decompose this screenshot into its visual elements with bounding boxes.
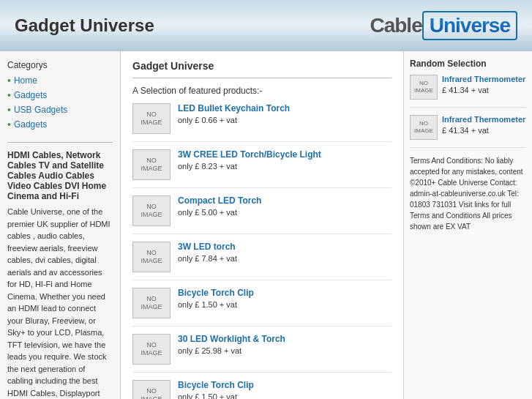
sidebar-link-gadgets[interactable]: Gadgets bbox=[14, 90, 47, 100]
right-sidebar: Random Selection NOIMAGE Infrared Thermo… bbox=[404, 51, 532, 399]
main-divider bbox=[132, 78, 391, 78]
sidebar-divider bbox=[7, 142, 113, 143]
product-info: 30 LED Worklight & Torch only £ 25.98 + … bbox=[178, 334, 391, 356]
sidebar-item-gadgets2[interactable]: • Gadgets bbox=[7, 119, 113, 130]
random-product-name[interactable]: Infrared Thermometer bbox=[442, 115, 526, 124]
product-name[interactable]: Bicycle Torch Clip bbox=[178, 288, 391, 298]
product-item: NOIMAGE Bicycle Torch Clip only £ 1.50 +… bbox=[132, 288, 391, 327]
sidebar-link-home[interactable]: Home bbox=[14, 75, 37, 86]
featured-label: A Selection of featured products:- bbox=[132, 86, 391, 96]
product-name[interactable]: 3W CREE LED Torch/Bicycle Light bbox=[178, 149, 391, 160]
header: Gadget Universe Cable Universe bbox=[0, 0, 532, 51]
random-product-info: Infrared Thermometer £ 41.34 + vat bbox=[442, 115, 526, 135]
product-no-image: NOIMAGE bbox=[132, 242, 171, 272]
product-info: Bicycle Torch Clip only £ 1.50 + vat bbox=[178, 288, 391, 310]
product-no-image: NOIMAGE bbox=[132, 288, 171, 318]
logo: Cable Universe bbox=[370, 11, 517, 40]
product-no-image: NOIMAGE bbox=[132, 149, 171, 180]
site-title: Gadget Universe bbox=[15, 15, 154, 36]
random-no-image: NOIMAGE bbox=[410, 115, 438, 140]
category-label: Categorys bbox=[7, 60, 113, 70]
product-info: 3W CREE LED Torch/Bicycle Light only £ 8… bbox=[178, 149, 391, 171]
main-content-title: Gadget Universe bbox=[132, 60, 391, 72]
nav-dot: • bbox=[7, 75, 11, 86]
product-price: only £ 8.23 + vat bbox=[178, 162, 237, 171]
product-item: NOIMAGE Compact LED Torch only £ 5.00 + … bbox=[132, 195, 391, 234]
nav-dot: • bbox=[7, 89, 11, 101]
product-price: only £ 1.50 + vat bbox=[178, 300, 237, 309]
product-info: LED Bullet Keychain Torch only £ 0.66 + … bbox=[178, 103, 391, 125]
product-info: Compact LED Torch only £ 5.00 + vat bbox=[178, 195, 391, 217]
product-item: NOIMAGE 30 LED Worklight & Torch only £ … bbox=[132, 334, 391, 373]
product-no-image: NOIMAGE bbox=[132, 380, 171, 399]
product-no-image: NOIMAGE bbox=[132, 195, 171, 226]
product-name[interactable]: LED Bullet Keychain Torch bbox=[178, 103, 391, 113]
random-product-info: Infrared Thermometer £ 41.34 + vat bbox=[442, 75, 526, 95]
sidebar-item-home[interactable]: • Home bbox=[7, 75, 113, 86]
sidebar-link-usb-gadgets[interactable]: USB Gadgets bbox=[14, 105, 67, 115]
product-item: NOIMAGE LED Bullet Keychain Torch only £… bbox=[132, 103, 391, 142]
random-product-item: NOIMAGE Infrared Thermometer £ 41.34 + v… bbox=[410, 75, 526, 108]
random-product-name[interactable]: Infrared Thermometer bbox=[442, 75, 526, 83]
main-layout: Categorys • Home • Gadgets • USB Gadgets… bbox=[0, 51, 532, 399]
product-no-image: NOIMAGE bbox=[132, 103, 171, 134]
random-product-price: £ 41.34 + vat bbox=[442, 86, 489, 94]
sidebar-promo-title: HDMI Cables, Network Cables TV and Satel… bbox=[7, 150, 113, 201]
sidebar-promo-text: Cable Universe, one of the premier UK su… bbox=[7, 206, 113, 399]
product-info: Bicycle Torch Clip only £ 1.50 + vat bbox=[178, 380, 391, 399]
product-price: only £ 25.98 + vat bbox=[178, 346, 241, 355]
sidebar-item-gadgets[interactable]: • Gadgets bbox=[7, 89, 113, 101]
product-name[interactable]: 3W LED torch bbox=[178, 242, 391, 252]
product-price: only £ 7.84 + vat bbox=[178, 254, 237, 263]
random-no-image: NOIMAGE bbox=[410, 75, 438, 100]
product-name[interactable]: Compact LED Torch bbox=[178, 195, 391, 206]
random-product-price: £ 41.34 + vat bbox=[442, 126, 489, 135]
product-price: only £ 5.00 + vat bbox=[178, 208, 237, 217]
product-name[interactable]: Bicycle Torch Clip bbox=[178, 380, 391, 390]
nav-dot: • bbox=[7, 104, 11, 116]
random-selection-title: Random Selection bbox=[410, 59, 526, 69]
product-name[interactable]: 30 LED Worklight & Torch bbox=[178, 334, 391, 344]
product-price: only £ 0.66 + vat bbox=[178, 116, 237, 124]
product-item: NOIMAGE Bicycle Torch Clip only £ 1.50 +… bbox=[132, 380, 391, 399]
sidebar-nav: • Home • Gadgets • USB Gadgets • Gadgets bbox=[7, 75, 113, 130]
product-item: NOIMAGE 3W LED torch only £ 7.84 + vat bbox=[132, 242, 391, 280]
logo-cable-text: Cable bbox=[370, 14, 422, 37]
product-no-image: NOIMAGE bbox=[132, 334, 171, 365]
logo-universe-text: Universe bbox=[430, 14, 510, 37]
terms-text: Terms And Conditions: No liably accepted… bbox=[410, 155, 526, 232]
product-info: 3W LED torch only £ 7.84 + vat bbox=[178, 242, 391, 264]
left-sidebar: Categorys • Home • Gadgets • USB Gadgets… bbox=[0, 51, 121, 399]
sidebar-link-gadgets2[interactable]: Gadgets bbox=[14, 119, 47, 130]
nav-dot: • bbox=[7, 119, 11, 130]
main-content: Gadget Universe A Selection of featured … bbox=[121, 51, 404, 399]
logo-box: Universe bbox=[422, 11, 517, 40]
product-item: NOIMAGE 3W CREE LED Torch/Bicycle Light … bbox=[132, 149, 391, 188]
product-price: only £ 1.50 + vat bbox=[178, 392, 237, 399]
sidebar-item-usb-gadgets[interactable]: • USB Gadgets bbox=[7, 104, 113, 116]
random-product-item: NOIMAGE Infrared Thermometer £ 41.34 + v… bbox=[410, 115, 526, 148]
